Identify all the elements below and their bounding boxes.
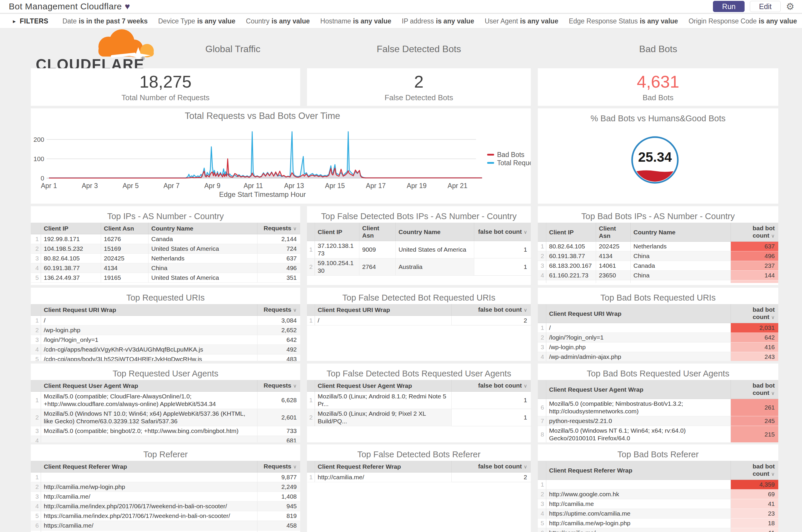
table-row: 6https://camilia.me/458 (31, 521, 300, 531)
column-header-country-name[interactable]: Country Name (396, 223, 474, 241)
column-header-bad-bot-count[interactable]: bad bot count∨ (730, 223, 778, 242)
table-top-referer: Client Request Referer WrapRequests∨19,8… (31, 461, 300, 532)
column-header-false-bot-count[interactable]: false bot count∨ (452, 461, 531, 473)
table-top-false-bot-ips: Client IPClient AsnCountry Namefalse bot… (307, 223, 531, 276)
sort-caret-icon[interactable]: ∨ (293, 307, 297, 313)
gear-icon[interactable]: ⚙ (786, 1, 795, 12)
sort-caret-icon[interactable]: ∨ (524, 383, 527, 389)
svg-text:100: 100 (33, 155, 44, 163)
column-header-false-bot-count[interactable]: false bot count∨ (452, 380, 531, 392)
column-header-client-request-user-agent-wrap[interactable]: Client Request User Agent Wrap (314, 380, 452, 392)
column-header-requests[interactable]: Requests∨ (257, 223, 300, 234)
table-row: 5https://camilia.me/index.php/2017/06/17… (31, 511, 300, 521)
filter-item-edge-response-status[interactable]: Edge Response Statusis any value (569, 17, 678, 25)
table-row: 3/login/?login_only=1642 (31, 335, 300, 345)
sort-caret-icon[interactable]: ∨ (524, 229, 527, 235)
run-button[interactable]: Run (713, 1, 745, 12)
table-row: 6http://camilia.me/11 (538, 528, 778, 532)
svg-text:Apr 3: Apr 3 (82, 182, 98, 190)
kpi-bad-bots: 4,631 Bad Bots (538, 68, 778, 106)
table-row: 4/cdn-cgi/apps/head/xVgyKhR-vV3dAUGhMqfB… (31, 345, 300, 355)
column-header-country-name[interactable]: Country Name (630, 223, 730, 242)
tile-top-false-bot-user-agents: Top False Detected Bots Requested User A… (307, 364, 531, 442)
table-row: 7python-requests/2.21.0245 (538, 416, 778, 426)
column-header-requests[interactable]: Requests∨ (257, 461, 300, 473)
tile-title: Top False Detected Bots Referer (307, 444, 531, 461)
table-row: 368.183.200.16714061Canada237 (538, 261, 778, 271)
svg-text:Apr 11: Apr 11 (243, 182, 263, 190)
filters-toggle[interactable]: ▸ FILTERS (13, 17, 48, 25)
column-header-requests[interactable]: Requests∨ (257, 304, 300, 316)
sort-caret-icon[interactable]: ∨ (524, 464, 527, 470)
column-header-bad-bot-count[interactable]: bad bot count∨ (730, 380, 778, 399)
column-header-client-request-user-agent-wrap[interactable]: Client Request User Agent Wrap (41, 380, 257, 392)
column-header-bad-bot-count[interactable]: bad bot count∨ (730, 461, 778, 480)
column-header-client-request-uri-wrap[interactable]: Client Request URI Wrap (41, 304, 257, 316)
column-header-client-asn[interactable]: Client Asn (101, 223, 148, 234)
table-row: 2Mozilla/5.0 (Windows NT 10.0; Win64; x6… (31, 409, 300, 426)
total-requests-vs-bad-bots-chart[interactable]: 0100200Apr 1Apr 3Apr 5Apr 7Apr 9Apr 11Ap… (31, 108, 531, 204)
table-top-false-bot-referer: Client Request Referer Wrapfalse bot cou… (307, 461, 531, 482)
table-row: 1http://camilia.me/2 (307, 473, 531, 482)
tile-title: Top Referer (31, 444, 300, 461)
sort-caret-icon[interactable]: ∨ (771, 233, 775, 239)
tile-top-bad-bot-user-agents: Top Bad Bots Requested User Agents Clien… (538, 364, 778, 442)
column-header-global-traffic: Global Traffic (205, 44, 261, 55)
gauge-title: % Bad Bots vs Humans&Good Bots (538, 108, 778, 125)
filter-item-user-agent[interactable]: User Agentis any value (485, 17, 558, 25)
sort-caret-icon[interactable]: ∨ (293, 383, 297, 389)
table-row: 2http://www.google.com.hk69 (538, 490, 778, 499)
table-row: 3http://camilia.me41 (538, 499, 778, 509)
sort-caret-icon[interactable]: ∨ (293, 464, 297, 470)
filter-item-origin-response-code[interactable]: Origin Response Codeis any value (689, 17, 797, 25)
svg-text:Apr 19: Apr 19 (407, 182, 427, 190)
column-header-client-request-referer-wrap[interactable]: Client Request Referer Wrap (314, 461, 452, 473)
column-header-client-ip[interactable]: Client IP (314, 223, 359, 241)
column-header-client-request-user-agent-wrap[interactable]: Client Request User Agent Wrap (546, 380, 730, 399)
filter-item-country[interactable]: Countryis any value (246, 17, 310, 25)
svg-text:Edge Start Timestamp Hour: Edge Start Timestamp Hour (219, 190, 306, 198)
filter-item-date[interactable]: Dateis in the past 7 weeks (62, 17, 148, 25)
gauge-tile: % Bad Bots vs Humans&Good Bots 25.34 (538, 108, 778, 204)
column-header-client-request-uri-wrap[interactable]: Client Request URI Wrap (546, 304, 730, 323)
tile-top-bad-bot-uris: Top Bad Bots Requested URIs Client Reque… (538, 288, 778, 361)
kpi-value: 4,631 (637, 72, 679, 91)
column-header-client-request-uri-wrap[interactable]: Client Request URI Wrap (314, 304, 452, 316)
column-header-country-name[interactable]: Country Name (148, 223, 257, 234)
tile-top-false-bot-uris: Top False Detected Bot Requested URIs Cl… (307, 288, 531, 361)
table-row: 1Mozilla/5.0 (compatible; CloudFlare-Alw… (31, 392, 300, 409)
column-header-client-request-referer-wrap[interactable]: Client Request Referer Wrap (41, 461, 257, 473)
sort-caret-icon[interactable]: ∨ (771, 391, 775, 396)
edit-button[interactable]: Edit (750, 1, 781, 12)
table-row: 19,877 (31, 473, 300, 482)
column-header-client-ip[interactable]: Client IP (546, 223, 596, 242)
sort-caret-icon[interactable]: ∨ (524, 307, 527, 313)
svg-text:25.34: 25.34 (638, 149, 672, 165)
tile-title: Top Requested URIs (31, 288, 300, 304)
column-header-bad-bots: Bad Bots (639, 44, 677, 55)
filter-item-ip-address[interactable]: IP addressis any value (402, 17, 474, 25)
column-header-bad-bot-count[interactable]: bad bot count∨ (730, 304, 778, 323)
kpi-label: Bad Bots (643, 93, 674, 102)
table-row: 259.100.254.1302764Australia1 (307, 259, 531, 276)
sort-caret-icon[interactable]: ∨ (771, 315, 775, 320)
sort-caret-icon[interactable]: ∨ (771, 471, 775, 477)
tile-top-referer: Top Referer Client Request Referer WrapR… (31, 444, 300, 532)
table-row: 14,359 (538, 480, 778, 490)
tile-top-false-bot-referer: Top False Detected Bots Referer Client R… (307, 444, 531, 532)
filter-item-device-type[interactable]: Device Typeis any value (158, 17, 235, 25)
bad-bots-percentage-gauge[interactable]: 25.34 (538, 125, 778, 201)
column-header-requests[interactable]: Requests∨ (257, 380, 300, 392)
column-header-false-bot-count[interactable]: false bot count∨ (474, 223, 531, 241)
column-header-client-ip[interactable]: Client IP (41, 223, 101, 234)
column-header-client-request-referer-wrap[interactable]: Client Request Referer Wrap (546, 461, 730, 480)
column-header-client-asn[interactable]: Client Asn (359, 223, 396, 241)
sort-caret-icon[interactable]: ∨ (293, 226, 297, 231)
column-header-client-asn[interactable]: Client Asn (596, 223, 630, 242)
dashboard: CLOUDFLARE ® Global Traffic False Detect… (0, 28, 802, 532)
table-row: 137.120.138.1739009United States of Amer… (307, 241, 531, 259)
column-header-false-bot-count[interactable]: false bot count∨ (452, 304, 531, 316)
table-row: 8Mozilla/5.0 (Windows NT 6.1; Win64; x64… (538, 426, 778, 443)
filter-item-hostname[interactable]: Hostnameis any value (321, 17, 392, 25)
table-row: 2http://camilia.me/wp-login.php2,249 (31, 482, 300, 492)
